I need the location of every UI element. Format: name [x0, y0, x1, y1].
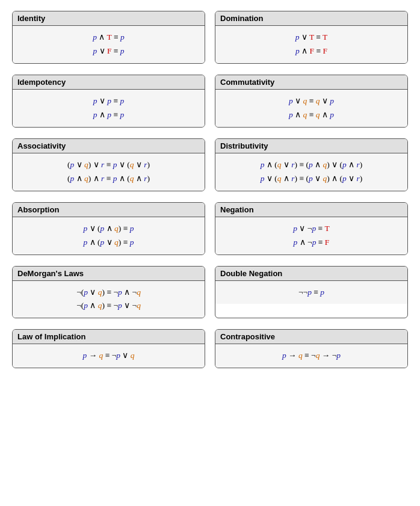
card-absorption: Absorption p ∨ (p ∧ q) ≡ p p ∧ (p ∨ q) ≡… — [12, 202, 205, 255]
card-idempotency: Idempotency p ∨ p ≡ p p ∧ p ≡ p — [12, 75, 205, 128]
card-negation: Negation p ∨ ¬p ≡ T p ∧ ¬p ≡ F — [215, 202, 408, 255]
formula-line: p ∨ (p ∧ q) ≡ p — [15, 222, 202, 236]
card-distributivity: Distributivity p ∧ (q ∨ r) ≡ (p ∧ q) ∨ (… — [215, 138, 408, 191]
formula-line: p ∨ ¬p ≡ T — [218, 222, 405, 236]
card-demorgan-body: ¬(p ∨ q) ≡ ¬p ∧ ¬q ¬(p ∧ q) ≡ ¬p ∨ ¬q — [13, 281, 205, 318]
card-domination: Domination p ∨ T ≡ T p ∧ F ≡ F — [215, 11, 408, 64]
card-implication-title: Law of Implication — [13, 330, 205, 344]
card-double-negation-body: ¬¬p ≡ p — [215, 281, 407, 304]
card-domination-body: p ∨ T ≡ T p ∧ F ≡ F — [215, 26, 407, 63]
card-absorption-title: Absorption — [13, 203, 205, 217]
card-implication-body: p → q ≡ ¬p ∨ q — [13, 344, 205, 368]
card-idempotency-body: p ∨ p ≡ p p ∧ p ≡ p — [13, 90, 205, 127]
card-absorption-body: p ∨ (p ∧ q) ≡ p p ∧ (p ∨ q) ≡ p — [13, 217, 205, 255]
formula-line: p ∧ (p ∨ q) ≡ p — [15, 236, 202, 250]
card-idempotency-title: Idempotency — [13, 75, 205, 90]
formula-line: (p ∨ q) ∨ r ≡ p ∨ (q ∨ r) — [15, 158, 202, 172]
formula-line: p → q ≡ ¬p ∨ q — [15, 349, 202, 363]
formula-line: p ∨ F ≡ p — [15, 45, 202, 58]
formula-line: p → q ≡ ¬q → ¬p — [218, 349, 405, 363]
card-identity: Identity p ∧ T ≡ p p ∨ F ≡ p — [12, 11, 205, 64]
formula-line: ¬¬p ≡ p — [218, 286, 405, 300]
laws-grid: Identity p ∧ T ≡ p p ∨ F ≡ p Domination … — [12, 11, 408, 368]
formula-line: p ∧ p ≡ p — [15, 108, 202, 122]
formula-line: p ∨ q ≡ q ∨ p — [218, 94, 405, 108]
card-contrapositive-body: p → q ≡ ¬q → ¬p — [215, 344, 407, 368]
card-identity-body: p ∧ T ≡ p p ∨ F ≡ p — [13, 26, 205, 63]
card-contrapositive-title: Contrapositive — [215, 330, 407, 344]
formula-line: p ∧ (q ∨ r) ≡ (p ∧ q) ∨ (p ∧ r) — [218, 158, 405, 172]
formula-line: p ∨ T ≡ T — [218, 31, 405, 45]
card-associativity: Associativity (p ∨ q) ∨ r ≡ p ∨ (q ∨ r) … — [12, 138, 205, 191]
card-contrapositive: Contrapositive p → q ≡ ¬q → ¬p — [215, 329, 408, 368]
card-domination-title: Domination — [215, 11, 407, 26]
card-demorgan-title: DeMorgan's Laws — [13, 267, 205, 281]
formula-line: ¬(p ∧ q) ≡ ¬p ∨ ¬q — [15, 299, 202, 313]
card-commutativity-body: p ∨ q ≡ q ∨ p p ∧ q ≡ q ∧ p — [215, 90, 407, 127]
formula-line: p ∧ F ≡ F — [218, 45, 405, 58]
formula-line: (p ∧ q) ∧ r ≡ p ∧ (q ∧ r) — [15, 172, 202, 186]
card-associativity-body: (p ∨ q) ∨ r ≡ p ∨ (q ∨ r) (p ∧ q) ∧ r ≡ … — [13, 153, 205, 191]
card-distributivity-body: p ∧ (q ∨ r) ≡ (p ∧ q) ∨ (p ∧ r) p ∨ (q ∧… — [215, 153, 407, 191]
card-negation-title: Negation — [215, 203, 407, 217]
card-commutativity: Commutativity p ∨ q ≡ q ∨ p p ∧ q ≡ q ∧ … — [215, 75, 408, 128]
formula-line: p ∧ T ≡ p — [15, 31, 202, 45]
card-negation-body: p ∨ ¬p ≡ T p ∧ ¬p ≡ F — [215, 217, 407, 255]
formula-line: p ∧ ¬p ≡ F — [218, 236, 405, 250]
card-double-negation: Double Negation ¬¬p ≡ p — [215, 266, 408, 319]
card-identity-title: Identity — [13, 11, 205, 26]
card-commutativity-title: Commutativity — [215, 75, 407, 90]
card-demorgan: DeMorgan's Laws ¬(p ∨ q) ≡ ¬p ∧ ¬q ¬(p ∧… — [12, 266, 205, 319]
card-implication: Law of Implication p → q ≡ ¬p ∨ q — [12, 329, 205, 368]
formula-line: p ∨ p ≡ p — [15, 94, 202, 108]
card-distributivity-title: Distributivity — [215, 139, 407, 153]
card-double-negation-title: Double Negation — [215, 267, 407, 281]
formula-line: ¬(p ∨ q) ≡ ¬p ∧ ¬q — [15, 286, 202, 300]
card-associativity-title: Associativity — [13, 139, 205, 153]
formula-line: p ∧ q ≡ q ∧ p — [218, 108, 405, 122]
formula-line: p ∨ (q ∧ r) ≡ (p ∨ q) ∧ (p ∨ r) — [218, 172, 405, 186]
